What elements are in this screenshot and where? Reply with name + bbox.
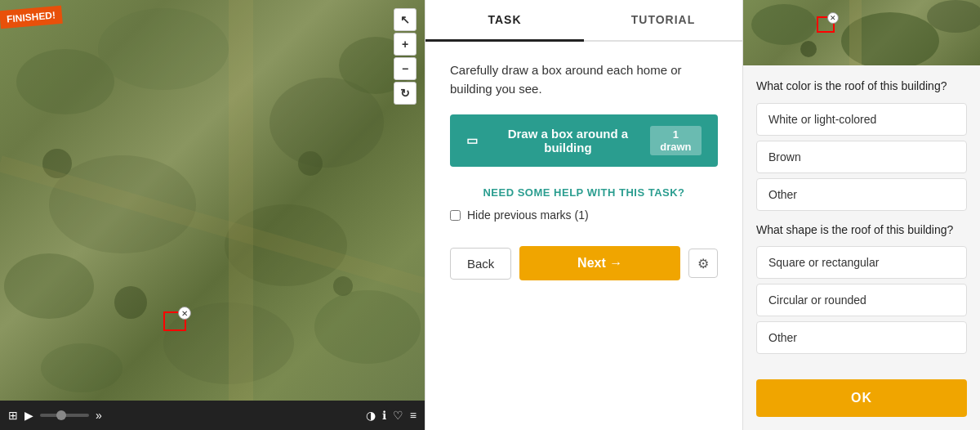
task-description: Carefully draw a box around each home or…	[450, 61, 718, 98]
svg-rect-19	[849, 0, 862, 65]
tab-task[interactable]: TASK	[425, 0, 584, 42]
drawn-count-badge: 1 drawn	[650, 126, 702, 155]
hide-marks-row: Hide previous marks (1)	[450, 208, 718, 222]
map-controls: ↖ + − ↻	[394, 8, 416, 105]
shape-option-other[interactable]: Other	[756, 321, 967, 354]
fast-forward-icon[interactable]: »	[96, 409, 102, 422]
map-panel: FINISHED! ↖ + − ↻ ✕ ⊞ ▶ » ◑ ℹ ♡	[0, 0, 425, 430]
info-icon[interactable]: ℹ	[382, 409, 386, 422]
svg-point-1	[98, 8, 229, 90]
annotation-close-btn[interactable]: ✕	[178, 307, 191, 320]
svg-point-18	[927, 0, 980, 33]
shape-question: What shape is the roof of this building?	[756, 222, 967, 239]
map-background[interactable]: FINISHED! ↖ + − ↻ ✕	[0, 0, 425, 401]
drawn-annotation-box: ✕	[163, 311, 186, 331]
next-button[interactable]: Next →	[519, 246, 680, 280]
svg-rect-12	[229, 0, 253, 401]
draw-box-icon: ▭	[466, 133, 478, 148]
center-content: Carefully draw a box around each home or…	[425, 42, 742, 430]
map-toolbar: ⊞ ▶ » ◑ ℹ ♡ ≡	[0, 401, 425, 430]
list-icon[interactable]: ≡	[410, 409, 416, 422]
rotate-btn[interactable]: ↻	[394, 82, 416, 105]
shape-option-square[interactable]: Square or rectangular	[756, 246, 967, 279]
color-option-white[interactable]: White or light-colored	[756, 103, 967, 136]
color-question: What color is the roof of this building?	[756, 78, 967, 95]
svg-point-6	[314, 290, 421, 364]
right-annotation-close[interactable]: ✕	[827, 12, 839, 24]
zoom-slider[interactable]	[40, 414, 89, 417]
hide-marks-label: Hide previous marks (1)	[467, 208, 589, 222]
color-option-brown[interactable]: Brown	[756, 141, 967, 173]
right-annotation-box: ✕	[817, 16, 835, 33]
play-icon[interactable]: ▶	[24, 409, 33, 422]
heart-icon[interactable]: ♡	[393, 409, 403, 422]
right-content: What color is the roof of this building?…	[743, 65, 980, 379]
hide-marks-checkbox[interactable]	[450, 210, 461, 221]
svg-point-14	[41, 343, 122, 392]
cursor-tool-btn[interactable]: ↖	[394, 8, 416, 31]
zoom-in-btn[interactable]: +	[394, 33, 416, 56]
help-link[interactable]: NEED SOME HELP WITH THIS TASK?	[450, 186, 718, 199]
svg-point-9	[114, 286, 147, 319]
svg-point-16	[751, 4, 817, 45]
back-button[interactable]: Back	[450, 248, 511, 280]
color-option-other[interactable]: Other	[756, 178, 967, 211]
svg-point-0	[16, 49, 114, 114]
draw-box-label: Draw a box around a building	[486, 127, 650, 155]
tabs-header: TASK TUTORIAL	[425, 0, 742, 42]
zoom-out-btn[interactable]: −	[394, 57, 416, 80]
tab-tutorial[interactable]: TUTORIAL	[584, 0, 742, 40]
right-panel: ✕ What color is the roof of this buildin…	[743, 0, 980, 430]
svg-point-5	[4, 253, 94, 319]
draw-btn-left: ▭ Draw a box around a building	[466, 127, 650, 155]
svg-point-20	[800, 41, 817, 57]
center-panel: TASK TUTORIAL Carefully draw a box aroun…	[425, 0, 743, 430]
shape-option-circular[interactable]: Circular or rounded	[756, 284, 967, 316]
toolbar-left: ⊞ ▶ »	[8, 409, 102, 422]
action-row: Back Next → ⚙	[450, 246, 718, 280]
grid-icon[interactable]: ⊞	[8, 409, 18, 422]
brightness-icon[interactable]: ◑	[366, 409, 376, 422]
draw-box-button[interactable]: ▭ Draw a box around a building 1 drawn	[450, 114, 718, 167]
right-map-preview: ✕	[743, 0, 980, 65]
svg-point-11	[333, 276, 353, 296]
toolbar-right: ◑ ℹ ♡ ≡	[366, 409, 416, 422]
settings-button[interactable]: ⚙	[688, 249, 718, 278]
ok-button[interactable]: OK	[756, 379, 967, 417]
svg-point-10	[298, 151, 323, 176]
